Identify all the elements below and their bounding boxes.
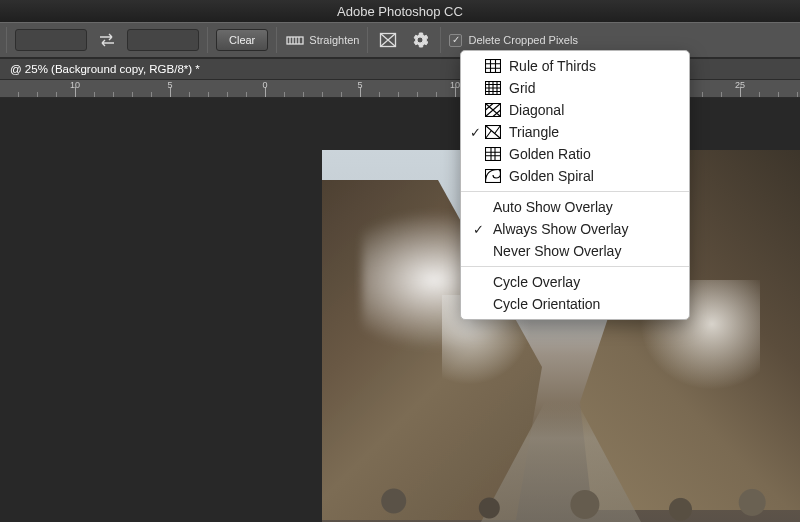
grid-icon [483, 80, 503, 96]
straighten-label: Straighten [309, 34, 359, 46]
menu-item-triangle[interactable]: ✓Triangle [461, 121, 689, 143]
menu-item-label: Cycle Overlay [489, 274, 679, 290]
checkbox-icon [449, 34, 462, 47]
menu-item-cycle-orientation[interactable]: Cycle Orientation [461, 293, 689, 315]
menu-item-cycle-overlay[interactable]: Cycle Overlay [461, 271, 689, 293]
menu-item-grid[interactable]: Grid [461, 77, 689, 99]
ruler-number: 0 [262, 80, 267, 90]
menu-separator [461, 191, 689, 192]
overlay-options-menu: Rule of ThirdsGridDiagonal✓TriangleGolde… [460, 50, 690, 320]
crop-settings-button[interactable] [408, 29, 432, 51]
menu-item-label: Diagonal [509, 102, 679, 118]
clear-button-label: Clear [229, 34, 255, 46]
menu-item-label: Always Show Overlay [489, 221, 679, 237]
document-tab-title: @ 25% (Background copy, RGB/8*) * [10, 63, 200, 75]
svg-rect-2 [486, 60, 501, 73]
window-titlebar: Adobe Photoshop CC [0, 0, 800, 22]
gear-icon [412, 32, 428, 48]
rule-thirds-icon [483, 58, 503, 74]
divider [440, 27, 441, 53]
menu-separator [461, 266, 689, 267]
app-title: Adobe Photoshop CC [337, 4, 463, 19]
menu-item-rule-thirds[interactable]: Rule of Thirds [461, 55, 689, 77]
photo-region [322, 452, 800, 522]
straighten-button[interactable]: Straighten [285, 32, 359, 48]
svg-rect-6 [486, 148, 501, 161]
menu-item-never-show[interactable]: Never Show Overlay [461, 240, 689, 262]
menu-item-label: Never Show Overlay [489, 243, 679, 259]
ruler-number: 10 [70, 80, 80, 90]
ruler-number: 25 [735, 80, 745, 90]
ruler-number: 10 [450, 80, 460, 90]
divider [207, 27, 208, 53]
menu-item-golden-spiral[interactable]: Golden Spiral [461, 165, 689, 187]
diagonal-icon [483, 102, 503, 118]
overlay-grid-icon [379, 32, 397, 48]
aspect-height-field[interactable] [127, 29, 199, 51]
ruler-number: 5 [167, 80, 172, 90]
swap-dimensions-button[interactable] [95, 29, 119, 51]
triangle-icon [483, 124, 503, 140]
menu-item-label: Golden Spiral [509, 168, 679, 184]
menu-item-label: Triangle [509, 124, 679, 140]
menu-item-label: Auto Show Overlay [489, 199, 679, 215]
overlay-options-button[interactable] [376, 29, 400, 51]
check-icon: ✓ [467, 222, 489, 237]
ruler-number: 5 [357, 80, 362, 90]
check-icon: ✓ [467, 125, 483, 140]
clear-button[interactable]: Clear [216, 29, 268, 51]
straighten-icon [285, 32, 305, 48]
delete-cropped-checkbox[interactable]: Delete Cropped Pixels [449, 34, 577, 47]
golden-ratio-icon [483, 146, 503, 162]
menu-item-auto-show[interactable]: Auto Show Overlay [461, 196, 689, 218]
menu-item-label: Cycle Orientation [489, 296, 679, 312]
menu-item-label: Grid [509, 80, 679, 96]
menu-item-diagonal[interactable]: Diagonal [461, 99, 689, 121]
menu-item-label: Golden Ratio [509, 146, 679, 162]
menu-item-golden-ratio[interactable]: Golden Ratio [461, 143, 689, 165]
divider [6, 27, 7, 53]
divider [367, 27, 368, 53]
menu-item-label: Rule of Thirds [509, 58, 679, 74]
menu-item-always-show[interactable]: ✓Always Show Overlay [461, 218, 689, 240]
divider [276, 27, 277, 53]
delete-cropped-label: Delete Cropped Pixels [468, 34, 577, 46]
golden-spiral-icon [483, 168, 503, 184]
aspect-width-field[interactable] [15, 29, 87, 51]
